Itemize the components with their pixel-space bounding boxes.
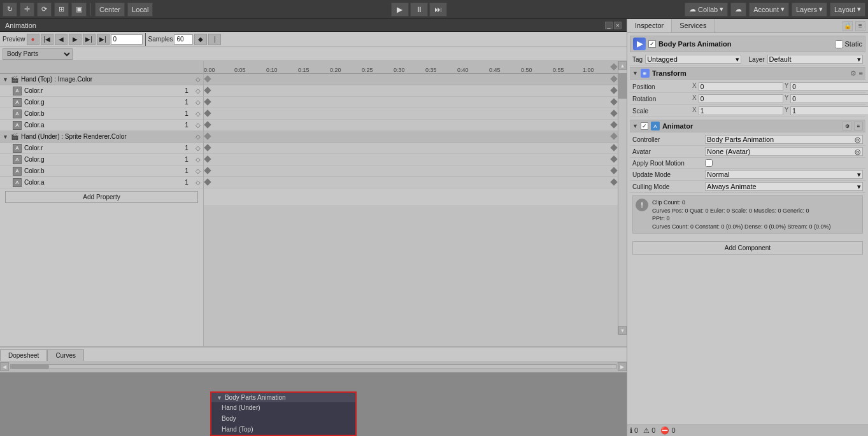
add-event-btn[interactable]: |: [208, 34, 221, 45]
timeline-area: 0:00 0:05 0:10 0:15 0:20 0:25 0:30 0:35 …: [204, 61, 627, 346]
scroll-up-arrow[interactable]: ▲: [618, 61, 627, 70]
close-btn[interactable]: ×: [614, 22, 622, 29]
tracks-container: [204, 74, 627, 346]
body-parts-select[interactable]: Body Parts: [3, 48, 73, 60]
layout-btn[interactable]: Layout ▾: [830, 3, 865, 17]
add-component-btn[interactable]: Add Component: [632, 241, 863, 255]
scroll-thumb[interactable]: [618, 73, 627, 99]
refresh-btn[interactable]: ⟳: [37, 3, 52, 17]
scroll-left-btn[interactable]: ◀: [0, 362, 9, 371]
animator-settings-btn[interactable]: ⚙: [843, 122, 851, 130]
group-header-2[interactable]: ▼ 🎬 Hand (Under) : Sprite Renderer.Color…: [0, 131, 203, 143]
services-tab[interactable]: Services: [672, 19, 715, 32]
scroll-track[interactable]: [618, 70, 627, 326]
kf-r1-end: [610, 87, 617, 94]
horizontal-scrollbar[interactable]: ◀ ▶: [0, 361, 627, 372]
scroll-right-btn[interactable]: ▶: [618, 362, 627, 371]
samples-label: Samples: [148, 36, 173, 43]
group1-arrow: ▼: [3, 76, 8, 83]
next-frame-btn[interactable]: ▶|: [83, 34, 96, 45]
group-header-1[interactable]: ▼ 🎬 Hand (Top) : Image.Color ◇: [0, 74, 203, 85]
static-check[interactable]: [835, 40, 843, 48]
rotate-tool-btn[interactable]: ↻: [3, 3, 17, 17]
static-checkbox: Static: [835, 40, 862, 48]
prev-keyframe-btn[interactable]: |◀: [41, 34, 53, 45]
culling-mode-label: Culling Mode: [632, 183, 702, 190]
rect-btn[interactable]: ▣: [71, 3, 87, 17]
keyframe-g1-end: [610, 75, 617, 82]
ruler-35: 0:35: [425, 67, 437, 73]
inspector-tab[interactable]: Inspector: [627, 19, 672, 32]
samples-input[interactable]: [174, 34, 193, 45]
collab-btn[interactable]: ☁ Collab ▾: [685, 3, 728, 17]
animator-arrow[interactable]: ▼: [632, 123, 638, 129]
transform-settings[interactable]: ⚙: [850, 69, 857, 78]
prop-row-color-g-1: A Color.g 1 ◇: [0, 97, 203, 108]
grid-btn[interactable]: ⊞: [54, 3, 69, 17]
prop-row-color-a-1: A Color.a 1 ◇ ➜: [0, 120, 203, 131]
time-input[interactable]: [111, 34, 143, 45]
avatar-value[interactable]: None (Avatar) ◎: [705, 147, 863, 156]
animator-section-header: ▼ A Animator ⚙ ≡: [630, 120, 865, 132]
scroll-down-arrow[interactable]: ▼: [618, 326, 627, 335]
step-btn[interactable]: ⏭: [429, 3, 447, 17]
h-scroll-thumb[interactable]: [11, 365, 49, 369]
update-mode-value[interactable]: Normal ▾: [705, 170, 863, 179]
layers-btn[interactable]: Layers ▾: [792, 3, 827, 17]
ruler-100: 1:00: [583, 67, 594, 73]
info-icon: !: [636, 199, 648, 211]
culling-mode-value[interactable]: Always Animate ▾: [705, 182, 863, 191]
group2-arrow: ▼: [3, 134, 8, 140]
component-checkbox[interactable]: [648, 40, 656, 48]
prop-ruler-spacer: [0, 61, 203, 74]
tag-value[interactable]: Untagged ▾: [645, 55, 741, 64]
scale-x[interactable]: [699, 106, 783, 115]
next-keyframe-btn[interactable]: ▶|: [97, 34, 110, 45]
account-btn[interactable]: Account ▾: [749, 3, 789, 17]
hierarchy-item-hand-top[interactable]: Hand (Top): [211, 424, 355, 435]
add-property-btn[interactable]: Add Property: [5, 191, 198, 203]
avatar-row: Avatar None (Avatar) ◎: [630, 146, 865, 158]
layer-value[interactable]: Default ▾: [767, 55, 863, 64]
bottom-tabs: Dopesheet Curves: [0, 347, 627, 361]
move-tool-btn[interactable]: ✛: [20, 3, 34, 17]
animator-menu-btn[interactable]: ≡: [854, 122, 863, 130]
cloud-btn[interactable]: ☁: [730, 3, 746, 17]
inspector-lock-btn[interactable]: 🔒: [843, 21, 853, 31]
hierarchy-item-hand-under[interactable]: Hand (Under): [211, 402, 355, 413]
vert-scrollbar[interactable]: ▲ ▼: [618, 61, 627, 335]
h-scroll-track[interactable]: [10, 364, 616, 369]
hierarchy-popup: ▼ Body Parts Animation Hand (Under) Body…: [210, 391, 357, 436]
hierarchy-title: Body Parts Animation: [225, 394, 286, 401]
position-label: Position: [632, 83, 690, 90]
inspector-menu-btn[interactable]: ≡: [855, 21, 865, 31]
apply-root-motion-check[interactable]: [705, 159, 713, 167]
local-btn[interactable]: Local: [127, 3, 153, 17]
anim-play-btn[interactable]: ▶: [69, 34, 82, 45]
position-x[interactable]: [699, 82, 783, 91]
position-y[interactable]: [790, 82, 868, 91]
add-keyframe-btn[interactable]: ◆: [194, 34, 207, 45]
rotation-y[interactable]: [790, 94, 868, 103]
record-btn[interactable]: ●: [27, 34, 39, 45]
hierarchy-item-body[interactable]: Body: [211, 413, 355, 424]
pause-btn[interactable]: ⏸: [410, 3, 428, 17]
play-btn[interactable]: ▶: [391, 3, 409, 17]
dopesheet-tab[interactable]: Dopesheet: [0, 349, 47, 361]
transform-arrow[interactable]: ▼: [632, 70, 638, 76]
center-btn[interactable]: Center: [95, 3, 125, 17]
transform-menu[interactable]: ≡: [859, 69, 863, 77]
controller-value[interactable]: Body Parts Animation ◎: [705, 135, 863, 144]
minimize-btn[interactable]: _: [605, 22, 613, 29]
track-a2: [204, 177, 627, 188]
curves-tab[interactable]: Curves: [47, 349, 84, 361]
animator-checkbox[interactable]: [641, 122, 648, 130]
prop-icon-r1: A: [13, 87, 22, 95]
rotation-x[interactable]: [699, 94, 783, 103]
ruler-30: 0:30: [394, 67, 405, 73]
scale-y[interactable]: [790, 106, 868, 115]
panel-title: Animation: [5, 22, 36, 29]
inspector-panel: Inspector Services 🔒 ≡ ▶ Body Parts Anim…: [627, 19, 868, 436]
prev-frame-btn[interactable]: ◀: [55, 34, 68, 45]
group1-label: Hand (Top) : Image.Color: [21, 76, 193, 83]
